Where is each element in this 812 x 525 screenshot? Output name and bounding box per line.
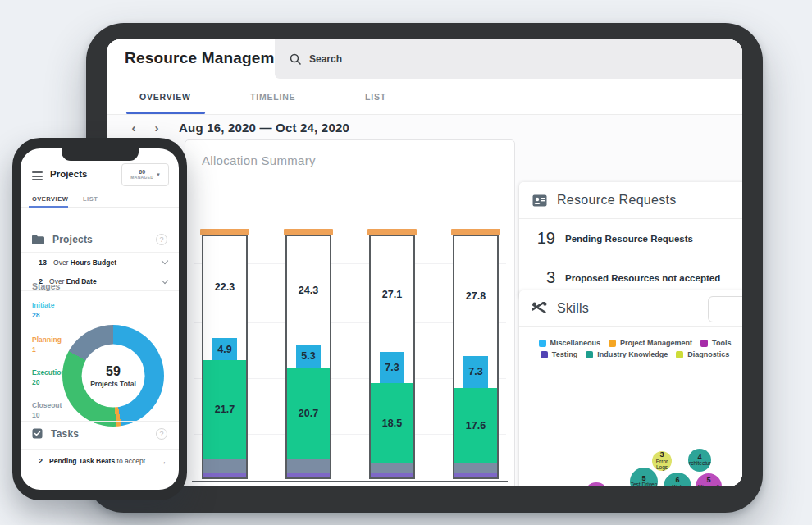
row-text: Over Hours Budget (53, 258, 116, 267)
date-range-label: Aug 16, 2020 — Oct 24, 2020 (179, 121, 349, 135)
skill-bubble[interactable]: 4Architecture (688, 449, 711, 472)
bar-segment-blue: 7.3 (380, 352, 404, 383)
bar-segment-value: 27.1 (382, 289, 402, 300)
tablet-tab-bar: OVERVIEW TIMELINE LIST (107, 79, 742, 115)
skill-bubble[interactable]: 3Error Logs (652, 451, 672, 471)
bar-segment-value: 7.3 (385, 362, 399, 373)
phone-screen: Projects 60 MANAGED ▾ OVERVIEW LIST (21, 148, 179, 490)
search-placeholder: Search (309, 53, 342, 65)
phone-tab-bar: OVERVIEW LIST (21, 189, 179, 208)
bar-segment-blue: 5.3 (296, 345, 321, 368)
phone-active-tab-underline (29, 206, 68, 208)
bar-segment-value: 17.6 (466, 420, 486, 431)
request-text: Pending Resource Requests (565, 234, 693, 244)
search-bar[interactable]: Search (275, 39, 742, 79)
tab-overview[interactable]: OVERVIEW (139, 79, 191, 115)
legend-label: Tools (712, 339, 731, 347)
tablet-device-frame: Resource Management Search OVERVIEW TIME… (86, 23, 763, 513)
skill-bubble[interactable]: 5Test Driven (630, 468, 658, 486)
phone-tab-overview[interactable]: OVERVIEW (32, 189, 68, 208)
arrow-right-icon[interactable]: → (158, 456, 167, 466)
tasks-section-header: Tasks ? (21, 421, 179, 445)
bar-segment-value: 22.3 (215, 281, 235, 293)
phone-header: Projects 60 MANAGED ▾ (21, 165, 179, 189)
request-count: 19 (536, 229, 555, 248)
skill-label: Web Application (664, 485, 691, 486)
project-filter-row[interactable]: 13Over Hours Budget (21, 252, 179, 272)
resource-requests-title: Resource Requests (557, 193, 677, 208)
tasks-section-title: Tasks (51, 428, 79, 440)
skill-label: Microsoft SQL (696, 485, 722, 486)
skill-bubble[interactable]: 5Mobile Testing (584, 482, 609, 486)
stage-value: 10 (32, 411, 81, 419)
tasks-icon (32, 428, 43, 439)
bar-segment-value: 4.9 (217, 344, 231, 355)
bar-segment-gray (454, 463, 497, 473)
legend-swatch (586, 351, 593, 358)
bar-segment-purple (454, 473, 497, 477)
help-icon[interactable]: ? (156, 428, 167, 440)
bar-stack: 27.17.318.5 (369, 235, 415, 479)
help-icon[interactable]: ? (156, 234, 167, 245)
bar-segment-purple (371, 473, 413, 477)
row-count: 13 (39, 258, 47, 267)
folder-icon (32, 235, 44, 244)
stage-name: Initiate (32, 301, 81, 309)
legend-label: Testing (552, 350, 577, 358)
bar-segment-green: 20.7 (287, 368, 330, 459)
page-background: Resource Management Search OVERVIEW TIME… (0, 0, 812, 525)
legend-label: Project Management (620, 339, 692, 347)
projects-total-caption: Projects Total (90, 380, 136, 388)
phone-device-frame: Projects 60 MANAGED ▾ OVERVIEW LIST (12, 138, 187, 500)
legend-label: Miscellaneous (550, 339, 601, 347)
pending-tasks-row[interactable]: 2 Pending Task Beats to accept → (21, 449, 179, 473)
chevron-down-icon[interactable] (162, 276, 168, 283)
resource-requests-icon (532, 194, 547, 207)
skill-bubble[interactable]: 5Microsoft SQL (696, 473, 722, 486)
legend-swatch (700, 340, 708, 347)
legend-swatch (539, 340, 546, 347)
tools-icon (532, 302, 547, 315)
bar-segment-gray (203, 459, 246, 473)
bar-segment-green: 17.6 (454, 388, 497, 464)
next-period-button[interactable]: › (148, 118, 166, 136)
bar-segment-value: 27.8 (466, 290, 486, 302)
chevron-down-icon[interactable] (162, 258, 168, 264)
skill-label: Error Logs (652, 459, 672, 471)
bar-segment-purple (203, 472, 246, 477)
legend-label: Industry Knowledge (597, 350, 668, 358)
skills-options-button[interactable] (708, 296, 742, 322)
tab-timeline[interactable]: TIMELINE (250, 79, 295, 115)
request-count: 3 (536, 268, 555, 287)
pending-tasks-text: Pending Task Beats to accept (49, 457, 145, 465)
bar-segment-gray (287, 459, 330, 472)
skill-count: 5 (594, 485, 598, 486)
donut-center: 59 Projects Total (82, 345, 145, 408)
skills-legend: MiscellaneousProject ManagementToolsTest… (519, 327, 742, 362)
skills-card: Skills MiscellaneousProject ManagementTo… (519, 290, 742, 486)
phone-tab-list[interactable]: LIST (83, 189, 98, 208)
menu-icon[interactable] (32, 171, 43, 183)
prev-period-button[interactable]: ‹ (125, 118, 143, 136)
skill-bubble[interactable]: 6Web Application (664, 472, 691, 486)
skills-legend-item: Diagnostics (676, 350, 729, 358)
allocation-bar-chart: 22.34.921.724.35.320.727.17.318.527.87.3… (185, 229, 514, 483)
tab-list[interactable]: LIST (365, 79, 386, 115)
managed-projects-dropdown[interactable]: 60 MANAGED ▾ (121, 163, 169, 186)
bar-segment-green: 18.5 (371, 383, 413, 462)
phone-notch (62, 146, 139, 161)
skills-legend-item: Miscellaneous (539, 339, 601, 347)
bar-segment-white: 24.3 (287, 236, 330, 345)
bar-stack: 22.34.921.7 (202, 235, 248, 479)
skills-bubble-chart: 3Error Logs4Architecture5Test Driven6Web… (519, 369, 742, 486)
tablet-content: ‹ › Aug 16, 2020 — Oct 24, 2020 Allocati… (107, 115, 742, 486)
resource-request-row[interactable]: 19Pending Resource Requests (519, 219, 742, 258)
bar-segment-green: 21.7 (203, 360, 246, 459)
bar-chart-axis (192, 481, 508, 482)
phone-title: Projects (50, 169, 87, 179)
bar-segment-value: 18.5 (382, 418, 402, 429)
request-text: Proposed Resources not accepted (565, 273, 720, 283)
bar-segment-white: 22.3 (203, 236, 246, 338)
resource-requests-card: Resource Requests 19Pending Resource Req… (519, 182, 742, 298)
stages-label: Stages (32, 281, 60, 291)
